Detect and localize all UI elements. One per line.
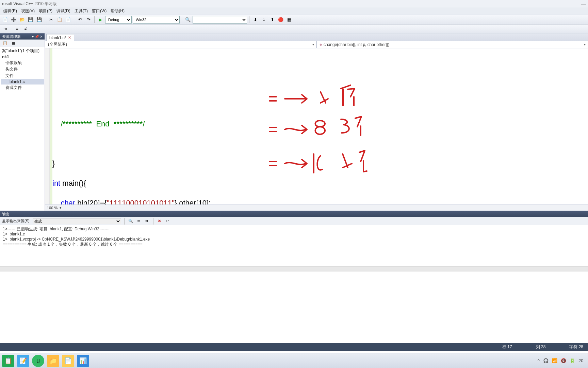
- scope-bar: (全局范围) change(char bin[], int p, char ot…: [45, 41, 588, 48]
- open-icon[interactable]: 📂: [18, 16, 26, 24]
- tray-battery-icon[interactable]: 🔋: [570, 358, 575, 363]
- code-line: }: [52, 158, 588, 168]
- wordwrap-icon[interactable]: ↵: [165, 218, 171, 224]
- separator: [94, 16, 95, 23]
- save-icon[interactable]: 💾: [27, 16, 34, 24]
- system-tray: ^ 🎧 📶 🔇 🔋 20:: [538, 358, 585, 363]
- code-line: [52, 99, 588, 109]
- separator: [124, 218, 125, 225]
- add-item-icon[interactable]: ➕: [10, 16, 17, 24]
- sources-node[interactable]: 文件: [1, 73, 44, 79]
- tray-time[interactable]: 20:: [578, 358, 585, 363]
- menu-window[interactable]: 窗口(W): [90, 8, 109, 14]
- menu-edit[interactable]: 编辑(E): [1, 8, 19, 14]
- editor-area: blank1.c* ✕ (全局范围) change(char bin[], in…: [45, 33, 588, 211]
- references-node[interactable]: 部依赖项: [1, 60, 44, 66]
- solution-toolbar: 📋 ▦: [0, 40, 45, 47]
- find-message-icon[interactable]: 🔍: [128, 218, 134, 224]
- status-bar: 行 17 列 28 字符 28: [0, 343, 588, 351]
- minimize-button[interactable]: —: [581, 1, 586, 6]
- find-combo[interactable]: [193, 16, 247, 24]
- taskbar-app-3[interactable]: u: [32, 355, 44, 367]
- step-out-icon[interactable]: ⬆: [268, 16, 276, 24]
- windows-icon[interactable]: ▦: [285, 16, 293, 24]
- zoom-dropdown-icon[interactable]: ▾: [60, 205, 62, 210]
- close-icon[interactable]: ✕: [40, 35, 43, 39]
- find-icon[interactable]: 🔍: [184, 16, 192, 24]
- clear-icon[interactable]: ✖: [157, 218, 163, 224]
- show-all-icon[interactable]: ▦: [10, 40, 17, 47]
- separator: [249, 16, 249, 23]
- scope-right-combo[interactable]: change(char bin[], int p, char other[]): [316, 41, 588, 48]
- status-line: 行 17: [502, 344, 512, 350]
- solution-root[interactable]: 案"blank1"(1 个项目): [1, 48, 44, 54]
- copy-icon[interactable]: 📋: [56, 16, 63, 24]
- marker-strip: [50, 48, 52, 204]
- redo-icon[interactable]: ↷: [85, 16, 92, 24]
- code-line: [52, 139, 588, 149]
- pin-icon[interactable]: 📌: [35, 35, 39, 39]
- resources-node[interactable]: 资源文件: [1, 85, 44, 91]
- code-line: [52, 60, 588, 70]
- status-col: 列 28: [536, 344, 546, 350]
- menu-view[interactable]: 视图(V): [19, 8, 37, 14]
- project-node[interactable]: nk1: [1, 54, 44, 60]
- solution-tree: 案"blank1"(1 个项目) nk1 部依赖项 头文件 文件 blank1.…: [0, 47, 45, 92]
- tray-headset-icon[interactable]: 🎧: [543, 358, 549, 363]
- zoom-value[interactable]: 100 %: [47, 206, 58, 210]
- output-scrollbar[interactable]: [0, 266, 588, 272]
- separator: [11, 26, 11, 32]
- taskbar-app-4[interactable]: 📁: [47, 355, 59, 367]
- prev-icon[interactable]: ⬅: [136, 218, 142, 224]
- tab-close-icon[interactable]: ✕: [68, 35, 71, 40]
- output-header: 输出: [0, 211, 588, 217]
- headers-node[interactable]: 头文件: [1, 66, 44, 73]
- step-over-icon[interactable]: ⤵: [260, 16, 267, 24]
- platform-combo[interactable]: Win32: [133, 16, 180, 24]
- cut-icon[interactable]: ✂: [47, 16, 55, 24]
- step-into-icon[interactable]: ⬇: [251, 16, 259, 24]
- solution-explorer: 资源管理器 ▾ 📌 ✕ 📋 ▦ 案"blank1"(1 个项目) nk1 部依赖…: [0, 33, 45, 211]
- taskbar-app-5[interactable]: 📄: [62, 355, 74, 367]
- output-text[interactable]: 1>------ 已启动生成: 项目: blank1, 配置: Debug Wi…: [0, 225, 588, 266]
- uncomment-icon[interactable]: ≢: [22, 25, 29, 33]
- menu-bar: 编辑(E) 视图(V) 项目(P) 调试(D) 工具(T) 窗口(W) 帮助(H…: [0, 7, 588, 15]
- next-icon[interactable]: ➡: [144, 218, 150, 224]
- properties-icon[interactable]: 📋: [1, 40, 9, 47]
- start-debug-icon[interactable]: ▶: [97, 16, 104, 24]
- indent-icon[interactable]: ⇥: [1, 25, 9, 33]
- menu-debug[interactable]: 调试(D): [54, 8, 72, 14]
- code-editor[interactable]: /********** End **********/ } int main()…: [45, 48, 588, 204]
- separator: [153, 218, 153, 225]
- menu-project[interactable]: 项目(P): [37, 8, 54, 14]
- code-line: char bin[20]={"111100010101011"},other[1…: [52, 198, 588, 204]
- scope-left-combo[interactable]: (全局范围): [45, 41, 316, 48]
- output-panel: 输出 显示输出来源(S): 生成 🔍 ⬅ ➡ ✖ ↵ 1>------ 已启动生…: [0, 211, 588, 272]
- outline-gutter: [45, 48, 50, 204]
- title-bar: rosoft Visual C++ 2010 学习版 —: [0, 0, 588, 7]
- taskbar-app-2[interactable]: 📝: [17, 355, 29, 367]
- file-tab[interactable]: blank1.c* ✕: [46, 34, 74, 41]
- menu-help[interactable]: 帮助(H): [109, 8, 127, 14]
- zoom-bar: 100 % ▾: [45, 204, 588, 211]
- new-project-icon[interactable]: 📄: [1, 16, 9, 24]
- code-line: /********** End **********/: [52, 119, 588, 129]
- undo-icon[interactable]: ↶: [76, 16, 84, 24]
- tray-wifi-icon[interactable]: 📶: [552, 358, 557, 363]
- source-file[interactable]: blank1.c: [1, 79, 44, 85]
- output-source-combo[interactable]: 生成: [33, 218, 121, 224]
- taskbar-app-1[interactable]: 📋: [2, 355, 14, 367]
- dropdown-icon[interactable]: ▾: [32, 35, 34, 39]
- tray-volume-icon[interactable]: 🔇: [561, 358, 566, 363]
- breakpoint-icon[interactable]: 🔴: [277, 16, 284, 24]
- code-body[interactable]: /********** End **********/ } int main()…: [52, 48, 588, 204]
- menu-tools[interactable]: 工具(T): [72, 8, 90, 14]
- paste-icon[interactable]: 📄: [64, 16, 72, 24]
- config-combo[interactable]: Debug: [105, 16, 132, 24]
- comment-icon[interactable]: ≡: [13, 25, 21, 33]
- tray-up-icon[interactable]: ^: [538, 358, 540, 363]
- save-all-icon[interactable]: 💾: [35, 16, 43, 24]
- separator: [74, 16, 74, 23]
- taskbar-app-6[interactable]: 📊: [77, 355, 89, 367]
- window-title: rosoft Visual C++ 2010 学习版: [2, 1, 57, 7]
